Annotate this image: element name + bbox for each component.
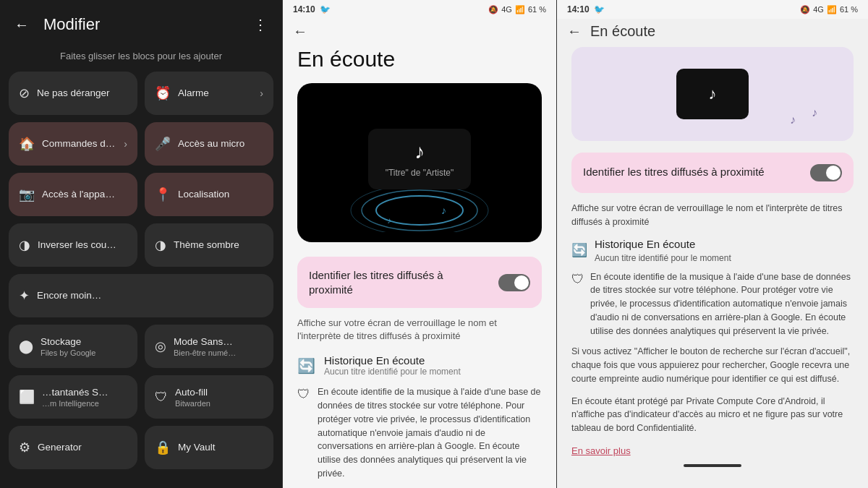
feature-text-p3: Identifier les titres diffusés à proximi… bbox=[583, 166, 765, 181]
mic-icon: 🎤 bbox=[155, 136, 171, 152]
arrow-icon: › bbox=[124, 138, 127, 150]
music-note-p2: ♪ bbox=[386, 140, 454, 163]
shield-section-p2: 🛡 En écoute identifie de la musique à l'… bbox=[297, 385, 542, 480]
back-button[interactable]: ← bbox=[12, 14, 32, 36]
privacy-text-p2: En écoute identifie de la musique à l'ai… bbox=[318, 385, 542, 480]
home-icon: 🏠 bbox=[19, 136, 35, 152]
panel3-nav: ← En écoute bbox=[557, 19, 868, 47]
location-icon: 📍 bbox=[155, 187, 171, 202]
music-preview-p3: ♪ ♪ ♪ bbox=[571, 47, 854, 141]
twitter-icon-p3: 🐦 bbox=[594, 4, 605, 14]
wifi-icon-p3: 📶 bbox=[827, 5, 837, 14]
tile-sublabel: Files by Google bbox=[41, 348, 95, 357]
tile-label: Accès au micro bbox=[178, 137, 244, 150]
preview-note-p3: ♪ bbox=[709, 85, 717, 103]
tile-localisation[interactable]: 📍 Localisation bbox=[145, 173, 273, 216]
tile-stockage[interactable]: ⬤ Stockage Files by Google bbox=[9, 325, 137, 368]
time-p2: 14:10 bbox=[293, 4, 315, 14]
tile-generator[interactable]: ⚙ Generator bbox=[9, 426, 137, 469]
feature-label-p2: Identifier les titres diffusés à proximi… bbox=[309, 268, 490, 296]
battery-p3: 61 % bbox=[840, 5, 858, 14]
tile-acces-micro[interactable]: 🎤 Accès au micro bbox=[145, 122, 273, 166]
feature-card-p3: Identifier les titres diffusés à proximi… bbox=[571, 153, 854, 193]
tile-my-vault[interactable]: 🔒 My Vault bbox=[145, 426, 273, 469]
music-inner-p2: ♪ "Titre" de "Artiste" bbox=[368, 129, 472, 189]
history-icon-p3: 🔄 bbox=[571, 242, 587, 258]
vault-icon: 🔒 bbox=[155, 440, 171, 455]
invert-icon: ◑ bbox=[19, 237, 30, 253]
tile-label: Encore moin… bbox=[37, 289, 101, 302]
dark-mode-icon: ◑ bbox=[155, 237, 166, 253]
status-time-p3: 14:10 🐦 bbox=[567, 4, 605, 14]
tile-alarme[interactable]: ⏰ Alarme › bbox=[145, 72, 273, 115]
tile-encore-moins[interactable]: ✦ Encore moin… bbox=[9, 274, 273, 317]
tile-autofill[interactable]: 🛡 Auto-fill Bitwarden bbox=[145, 375, 273, 419]
music-subtitle-p2: "Titre" de "Artiste" bbox=[386, 168, 454, 178]
status-bar-p3: 14:10 🐦 🔕 4G 📶 61 % bbox=[557, 0, 868, 19]
back-icon-p2[interactable]: ← bbox=[293, 23, 307, 40]
shield-icon-p3: 🛡 bbox=[571, 272, 584, 287]
music-preview-card-p3: ♪ bbox=[676, 69, 749, 119]
tile-commandes[interactable]: 🏠 Commandes d… › bbox=[9, 122, 137, 166]
history-row-p3: 🔄 Historique En écoute Aucun titre ident… bbox=[571, 238, 854, 263]
history-title-p2: Historique En écoute bbox=[324, 354, 461, 367]
tile-label: Localisation bbox=[178, 188, 229, 201]
toggle-p2[interactable] bbox=[498, 274, 530, 291]
panel1-header: ← Modifier ⋮ bbox=[0, 0, 282, 45]
camera-icon: 📷 bbox=[19, 187, 35, 202]
toggle-thumb-p3 bbox=[826, 166, 841, 180]
shield-row-p3: 🛡 En écoute identifie de la musique à l'… bbox=[571, 270, 854, 338]
signal-p3: 4G bbox=[813, 5, 824, 14]
note2-p3: ♪ bbox=[812, 106, 817, 119]
history-sub-p2: Aucun titre identifié pour le moment bbox=[324, 367, 461, 377]
signal-p2: 4G bbox=[501, 5, 512, 14]
panel1-hint: Faites glisser les blocs pour les ajoute… bbox=[0, 45, 282, 72]
brightness-icon: ✦ bbox=[19, 288, 30, 304]
tile-label: Ne pas déranger bbox=[37, 87, 110, 100]
alarm-icon: ⏰ bbox=[155, 85, 171, 101]
history-title-p3: Historique En écoute bbox=[595, 238, 731, 250]
panel-en-ecoute-detail: 14:10 🐦 🔕 4G 📶 61 % ← En écoute ♪ ♪ ♪ Id… bbox=[557, 0, 868, 488]
panel2-nav: ← bbox=[283, 19, 556, 47]
panel2-content: En écoute ♪ "Titre" de "Artiste" ♪ ♪ Ide… bbox=[283, 47, 556, 488]
tile-label: Generator bbox=[38, 441, 82, 454]
tile-label: Commandes d… bbox=[42, 137, 115, 150]
tile-mode-sans[interactable]: ◎ Mode Sans… Bien-être numé… bbox=[145, 325, 273, 368]
para1-p3: En écoute identifie de la musique à l'ai… bbox=[590, 270, 854, 338]
wellbeing-icon: ◎ bbox=[155, 338, 166, 354]
storage-icon: ⬤ bbox=[19, 338, 33, 354]
more-button[interactable]: ⋮ bbox=[250, 13, 271, 36]
tile-label: Inverser les cou… bbox=[38, 239, 116, 252]
tile-label: Auto-fill bbox=[175, 386, 210, 399]
panel-en-ecoute: 14:10 🐦 🔕 4G 📶 61 % ← En écoute ♪ "Titre… bbox=[282, 0, 557, 488]
history-text-p3: Historique En écoute Aucun titre identif… bbox=[595, 238, 731, 263]
generator-icon: ⚙ bbox=[19, 440, 30, 455]
history-sub-p3: Aucun titre identifié pour le moment bbox=[595, 253, 731, 263]
tile-ne-pas-deranger[interactable]: ⊘ Ne pas déranger bbox=[9, 72, 137, 115]
tile-label: Thème sombre bbox=[174, 239, 239, 252]
status-time-p2: 14:10 🐦 bbox=[293, 4, 331, 14]
back-icon-p3[interactable]: ← bbox=[567, 23, 582, 40]
tile-instantanes[interactable]: ⬜ …tantanés S… …m Intelligence bbox=[9, 375, 137, 419]
snapshot-icon: ⬜ bbox=[19, 389, 35, 405]
shield-icon-p2: 🛡 bbox=[297, 387, 310, 402]
tile-label: Stockage bbox=[41, 335, 95, 348]
mute-icon-p3: 🔕 bbox=[800, 5, 810, 14]
para2-p3: Si vous activez "Afficher le bouton de r… bbox=[571, 345, 854, 385]
para3-p3: En écoute étant protégé par Private Comp… bbox=[571, 395, 854, 435]
tile-theme-sombre[interactable]: ◑ Thème sombre bbox=[145, 223, 273, 267]
history-icon-p2: 🔄 bbox=[297, 357, 315, 374]
status-bar-p2: 14:10 🐦 🔕 4G 📶 61 % bbox=[283, 0, 556, 19]
learn-more-link[interactable]: En savoir plus bbox=[571, 445, 631, 456]
note1-p3: ♪ bbox=[790, 114, 796, 127]
header-left: ← Modifier bbox=[12, 14, 100, 36]
status-right-p2: 🔕 4G 📶 61 % bbox=[488, 5, 546, 14]
tile-acces-appareil[interactable]: 📷 Accès à l'appa… bbox=[9, 173, 137, 216]
feature-desc-p2: Affiche sur votre écran de verrouillage … bbox=[297, 317, 542, 343]
time-p3: 14:10 bbox=[567, 4, 590, 14]
tile-label: Accès à l'appa… bbox=[42, 188, 115, 201]
tile-inverser[interactable]: ◑ Inverser les cou… bbox=[9, 223, 137, 267]
tiles-grid: ⊘ Ne pas déranger ⏰ Alarme › 🏠 Commandes… bbox=[0, 72, 282, 469]
toggle-p3[interactable] bbox=[810, 164, 842, 181]
tile-label: My Vault bbox=[178, 441, 216, 454]
